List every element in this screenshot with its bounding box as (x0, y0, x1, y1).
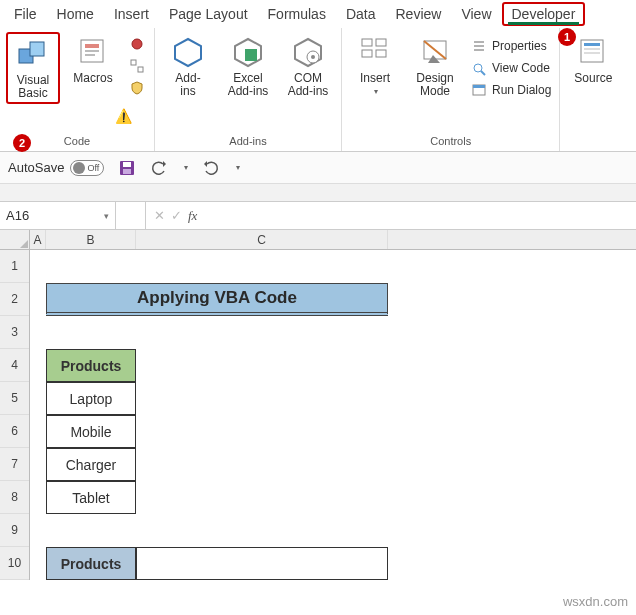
insert-controls-label: Insert (360, 72, 390, 85)
group-controls-label: Controls (430, 135, 471, 149)
svg-rect-11 (245, 49, 257, 61)
row-header-6[interactable]: 6 (0, 415, 29, 448)
properties-button[interactable]: Properties (468, 36, 553, 56)
com-addins-icon (290, 34, 326, 70)
row-header-1[interactable]: 1 (0, 250, 29, 283)
undo-dropdown-icon[interactable]: ▾ (184, 163, 188, 172)
visual-basic-button[interactable]: Visual Basic (6, 32, 60, 104)
col-header-C[interactable]: C (136, 230, 388, 249)
tab-pagelayout[interactable]: Page Layout (159, 2, 258, 26)
run-dialog-icon (470, 81, 488, 99)
insert-controls-button[interactable]: Insert ▾ (348, 32, 402, 98)
redo-dropdown-icon[interactable]: ▾ (236, 163, 240, 172)
tab-insert[interactable]: Insert (104, 2, 159, 26)
group-addins-label: Add-ins (229, 135, 266, 149)
row-header-3[interactable]: 3 (0, 316, 29, 349)
tab-formulas[interactable]: Formulas (258, 2, 336, 26)
product-cell[interactable]: Charger (46, 448, 136, 481)
callout-badge-1: 1 (558, 28, 576, 46)
svg-point-25 (474, 64, 482, 72)
visual-basic-label: Visual Basic (17, 74, 49, 100)
autosave-control[interactable]: AutoSave Off (8, 160, 104, 176)
group-code: Visual Basic Macros (0, 28, 155, 151)
svg-rect-8 (138, 67, 143, 72)
svg-rect-18 (376, 50, 386, 57)
use-relative-refs-button[interactable] (126, 56, 148, 76)
svg-marker-9 (175, 39, 201, 66)
source-label: Source (574, 72, 612, 85)
svg-point-6 (132, 39, 142, 49)
product-cell[interactable]: Laptop (46, 382, 136, 415)
design-mode-button[interactable]: Design Mode (408, 32, 462, 100)
save-icon[interactable] (118, 159, 136, 177)
tab-review[interactable]: Review (386, 2, 452, 26)
tab-data[interactable]: Data (336, 2, 386, 26)
excel-addins-button[interactable]: Excel Add-ins (221, 32, 275, 100)
tab-file[interactable]: File (4, 2, 47, 26)
chevron-down-icon: ▾ (374, 87, 378, 96)
run-dialog-label: Run Dialog (492, 83, 551, 97)
svg-marker-36 (163, 161, 166, 167)
row-header-7[interactable]: 7 (0, 448, 29, 481)
row-header-5[interactable]: 5 (0, 382, 29, 415)
ribbon: Visual Basic Macros (0, 28, 636, 152)
tab-developer[interactable]: Developer (502, 2, 586, 26)
com-addins-button[interactable]: COM Add-ins (281, 32, 335, 100)
tab-view[interactable]: View (451, 2, 501, 26)
autosave-toggle[interactable]: Off (70, 160, 104, 176)
addins-label: Add- ins (175, 72, 200, 98)
redo-icon[interactable] (202, 159, 220, 177)
watermark: wsxdn.com (563, 594, 628, 609)
products-header2-cell[interactable]: Products (46, 547, 136, 580)
visual-basic-icon (15, 36, 51, 72)
title-cell[interactable]: Applying VBA Code (46, 283, 388, 316)
group-xml: Source (560, 28, 626, 151)
name-box-value: A16 (6, 208, 29, 223)
svg-rect-15 (362, 39, 372, 46)
cancel-formula-icon[interactable]: ✕ (154, 208, 165, 223)
svg-rect-7 (131, 60, 136, 65)
svg-marker-37 (204, 161, 207, 167)
fx-icon[interactable]: fx (188, 208, 197, 224)
name-box[interactable]: A16 ▾ (0, 202, 116, 229)
macros-button[interactable]: Macros (66, 32, 120, 87)
addins-button[interactable]: Add- ins (161, 32, 215, 100)
macro-security-button[interactable] (126, 78, 148, 98)
addins-icon (170, 34, 206, 70)
product-cell[interactable]: Tablet (46, 481, 136, 514)
col-header-A[interactable]: A (30, 230, 46, 249)
run-dialog-button[interactable]: Run Dialog (468, 80, 553, 100)
autosave-label: AutoSave (8, 160, 64, 175)
record-macro-button[interactable] (126, 34, 148, 54)
tab-home[interactable]: Home (47, 2, 104, 26)
svg-line-26 (481, 71, 485, 75)
group-code-label: Code (64, 135, 90, 149)
source-icon (575, 34, 611, 70)
group-addins: Add- ins Excel Add-ins COM Add-ins Add-i… (155, 28, 342, 151)
col-header-B[interactable]: B (46, 230, 136, 249)
undo-icon[interactable] (150, 159, 168, 177)
products-header-cell[interactable]: Products (46, 349, 136, 382)
svg-rect-17 (362, 50, 372, 57)
row-header-2[interactable]: 2 (0, 283, 29, 316)
column-headers: A B C (30, 230, 636, 250)
product-cell[interactable]: Mobile (46, 415, 136, 448)
row-header-9[interactable]: 9 (0, 514, 29, 547)
group-controls: Insert ▾ Design Mode Properties (342, 28, 560, 151)
row-header-4[interactable]: 4 (0, 349, 29, 382)
svg-rect-16 (376, 39, 386, 46)
empty-output-cell[interactable] (136, 547, 388, 580)
excel-addins-label: Excel Add-ins (228, 72, 269, 98)
select-all-corner[interactable] (0, 230, 30, 250)
svg-rect-5 (85, 54, 95, 56)
name-box-dropdown-icon[interactable]: ▾ (104, 211, 109, 221)
svg-rect-34 (123, 162, 131, 167)
enter-formula-icon[interactable]: ✓ (171, 208, 182, 223)
design-mode-label: Design Mode (416, 72, 453, 98)
row-header-10[interactable]: 10 (0, 547, 29, 580)
record-macro-icon (128, 35, 146, 53)
svg-rect-4 (85, 50, 99, 52)
view-code-button[interactable]: View Code (468, 58, 553, 78)
ribbon-tabs: File Home Insert Page Layout Formulas Da… (0, 0, 636, 28)
row-header-8[interactable]: 8 (0, 481, 29, 514)
